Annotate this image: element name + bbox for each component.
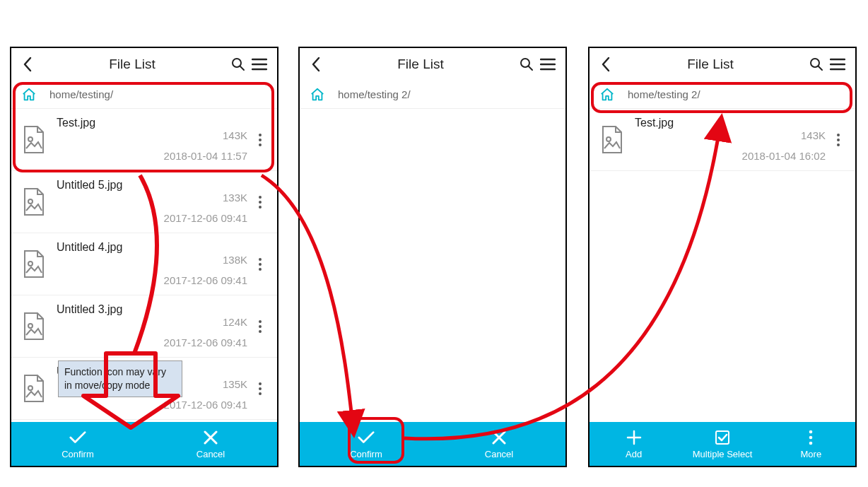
- file-size: 138K: [223, 254, 247, 267]
- image-file-icon: [21, 374, 45, 404]
- file-name: Untitled 4.jpg: [57, 241, 252, 254]
- file-date: 2017-12-06 09:41: [164, 212, 247, 225]
- file-date: 2018-01-04 16:02: [742, 150, 826, 163]
- more-options-icon[interactable]: [252, 320, 269, 333]
- file-item[interactable]: Test.jpg 143K 2018-01-04 11:57: [11, 109, 277, 171]
- more-dots-icon: [802, 429, 819, 446]
- svg-point-9: [28, 386, 33, 390]
- confirm-label: Confirm: [61, 449, 94, 459]
- check-icon: [69, 429, 86, 446]
- svg-line-11: [529, 66, 532, 70]
- svg-point-7: [28, 262, 33, 266]
- image-file-icon: [21, 187, 45, 217]
- search-icon[interactable]: [806, 54, 827, 75]
- hamburger-menu-icon[interactable]: [537, 54, 558, 75]
- file-date: 2018-01-04 11:57: [164, 150, 247, 163]
- add-label: Add: [626, 449, 642, 459]
- more-options-icon[interactable]: [830, 134, 847, 146]
- file-name: Test.jpg: [635, 117, 830, 129]
- cancel-button[interactable]: Cancel: [144, 422, 277, 466]
- check-icon: [358, 429, 375, 446]
- back-button[interactable]: [597, 55, 615, 74]
- breadcrumb-path: home/testing/: [49, 88, 113, 100]
- page-title: File List: [37, 57, 228, 72]
- page-title: File List: [325, 57, 516, 72]
- cross-icon: [202, 429, 219, 446]
- multiple-select-button[interactable]: Multiple Select: [678, 422, 766, 466]
- file-item[interactable]: Untitled 3.jpg 124K 2017-12-06 09:41: [11, 295, 277, 358]
- header: File List: [11, 48, 277, 81]
- svg-line-1: [240, 66, 244, 70]
- svg-line-16: [819, 66, 822, 70]
- back-button[interactable]: [18, 55, 37, 74]
- breadcrumb[interactable]: home/testing/: [11, 81, 277, 109]
- add-button[interactable]: Add: [590, 422, 678, 466]
- more-options-icon[interactable]: [252, 134, 269, 146]
- confirm-button[interactable]: Confirm: [300, 422, 433, 466]
- svg-point-5: [28, 137, 33, 141]
- cancel-button[interactable]: Cancel: [433, 422, 565, 466]
- header: File List: [300, 48, 565, 81]
- svg-point-22: [809, 430, 813, 433]
- annotation-callout: Function icon may vary in move/copy mode: [58, 360, 182, 397]
- svg-point-15: [811, 59, 819, 67]
- search-icon[interactable]: [228, 54, 249, 75]
- file-date: 2017-12-06 09:41: [164, 336, 247, 350]
- bottom-action-bar: Add Multiple Select More: [590, 422, 855, 466]
- breadcrumb-path: home/testing 2/: [338, 88, 411, 100]
- more-button[interactable]: More: [767, 422, 855, 466]
- file-size: 143K: [223, 129, 247, 143]
- back-button[interactable]: [307, 55, 325, 74]
- image-file-icon: [21, 250, 45, 279]
- multiple-select-label: Multiple Select: [693, 449, 753, 459]
- bottom-action-bar: Confirm Cancel: [11, 422, 277, 466]
- file-date: 2017-12-06 09:41: [164, 274, 247, 288]
- svg-point-20: [606, 137, 611, 141]
- breadcrumb-path: home/testing 2/: [628, 88, 700, 100]
- file-size: 124K: [223, 316, 247, 329]
- file-name: Untitled 5.jpg: [57, 179, 252, 192]
- file-item[interactable]: Untitled 4.jpg 138K 2017-12-06 09:41: [11, 233, 277, 295]
- svg-point-10: [521, 59, 529, 67]
- file-size: 143K: [801, 129, 826, 143]
- callout-line-2: in move/copy mode: [64, 380, 150, 391]
- svg-point-8: [28, 324, 33, 328]
- file-size: 135K: [223, 378, 247, 392]
- header: File List: [590, 48, 855, 81]
- breadcrumb[interactable]: home/testing 2/: [590, 81, 855, 109]
- cancel-label: Cancel: [485, 449, 513, 459]
- more-label: More: [801, 449, 822, 459]
- file-list: Test.jpg 143K 2018-01-04 16:02: [590, 109, 855, 171]
- file-item[interactable]: Test.jpg 143K 2018-01-04 16:02: [590, 109, 855, 171]
- svg-point-24: [809, 441, 813, 445]
- file-size: 133K: [223, 192, 247, 205]
- phone-screen-2: File List home/testing 2/ Confirm Cancel: [298, 47, 567, 467]
- image-file-icon: [21, 312, 45, 341]
- more-options-icon[interactable]: [252, 196, 269, 209]
- plus-icon: [626, 429, 643, 446]
- more-options-icon[interactable]: [252, 258, 269, 271]
- image-file-icon: [21, 125, 45, 155]
- page-title: File List: [615, 57, 806, 72]
- home-icon: [599, 87, 615, 102]
- confirm-button[interactable]: Confirm: [11, 422, 144, 466]
- more-options-icon[interactable]: [252, 382, 269, 395]
- home-icon: [21, 87, 37, 102]
- bottom-action-bar: Confirm Cancel: [300, 422, 565, 466]
- hamburger-menu-icon[interactable]: [249, 54, 270, 75]
- home-icon: [310, 87, 325, 102]
- search-icon[interactable]: [516, 54, 537, 75]
- phone-screen-1: File List home/testing/ Test.jpg 143K 20…: [10, 47, 278, 467]
- svg-point-0: [233, 59, 241, 67]
- file-name: Test.jpg: [57, 117, 252, 129]
- checkbox-icon: [714, 429, 731, 446]
- svg-rect-21: [716, 431, 729, 444]
- breadcrumb[interactable]: home/testing 2/: [300, 81, 565, 109]
- image-file-icon: [599, 125, 623, 155]
- file-name: Untitled 3.jpg: [57, 303, 252, 316]
- cancel-label: Cancel: [197, 449, 225, 459]
- svg-point-6: [28, 199, 33, 204]
- hamburger-menu-icon[interactable]: [827, 54, 848, 75]
- file-item[interactable]: Untitled 5.jpg 133K 2017-12-06 09:41: [11, 171, 277, 233]
- phone-screen-3: File List home/testing 2/ Test.jpg 143K …: [588, 47, 857, 467]
